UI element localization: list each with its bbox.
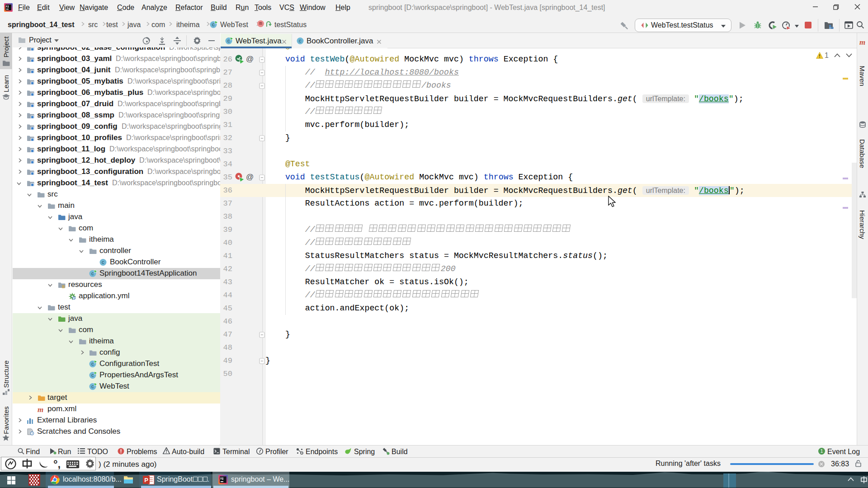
- svg-text:c: c: [299, 38, 302, 44]
- svg-text:c: c: [212, 22, 215, 28]
- svg-text:c: c: [91, 271, 94, 277]
- svg-text:c: c: [91, 384, 94, 389]
- svg-text:c: c: [91, 373, 94, 378]
- svg-text:c: c: [227, 38, 230, 44]
- svg-text:c: c: [91, 361, 94, 367]
- svg-text:P: P: [144, 477, 148, 483]
- svg-text:c: c: [102, 260, 104, 265]
